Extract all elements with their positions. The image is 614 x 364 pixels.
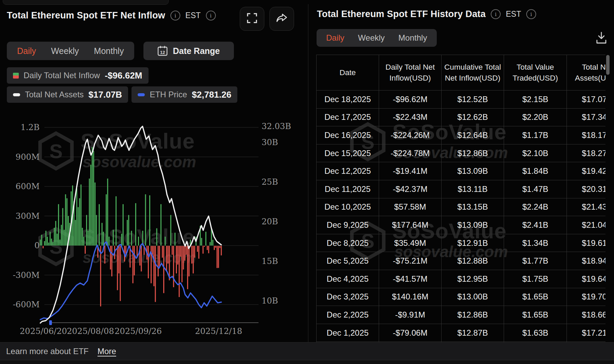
fullscreen-button[interactable] [240, 7, 264, 31]
table-scrollbar[interactable] [606, 55, 610, 75]
legend-row-2: Total Net Assets $17.07B ETH Price $2,78… [7, 86, 237, 103]
share-icon [276, 13, 288, 25]
table-row[interactable]: Dec 11,2025-$42.37M$13.11B$1.47B$20.31B [317, 180, 606, 198]
inflow-legend-icon [13, 73, 19, 79]
table-cell: $2.41B [504, 216, 567, 234]
table-row[interactable]: Dec 18,2025-$96.62M$12.52B$2.15B$17.07B [317, 90, 606, 109]
table-cell: Dec 17,2025 [317, 108, 379, 126]
tab-weekly[interactable]: Weekly [44, 46, 87, 56]
column-header: Total Net Assets(USD) [567, 55, 606, 90]
history-table-container[interactable]: DateDaily Total Net Inflow(USD)Cumulativ… [316, 55, 605, 342]
share-button[interactable] [269, 7, 294, 31]
table-cell: $2.15B [504, 90, 567, 109]
table-cell: $18.66B [567, 306, 606, 324]
svg-text:-300M: -300M [13, 270, 40, 280]
table-row[interactable]: Dec 17,2025-$22.43M$12.62B$2.20B$17.34B [317, 108, 606, 126]
table-cell: $12.62B [442, 108, 504, 126]
footer-more-link[interactable]: More [97, 347, 116, 356]
table-row[interactable]: Dec 2,2025-$9.91M$12.86B$1.65B$18.66B [317, 306, 606, 324]
tab-weekly[interactable]: Weekly [351, 33, 391, 43]
table-cell: -$19.41M [379, 162, 442, 180]
table-row[interactable]: Dec 8,2025$35.49M$12.91B$1.34B$19.61B [317, 234, 606, 252]
table-cell: $12.86B [442, 306, 504, 324]
table-cell: $140.16M [379, 288, 442, 306]
table-cell: -$75.21M [379, 252, 442, 270]
table-row[interactable]: Dec 9,2025$177.64M$13.09B$2.41B$21.04B [317, 216, 606, 234]
etf-net-inflow-chart[interactable]: 1.2B900M600M300M0-300M-600M32.03B30B25B2… [0, 102, 308, 340]
calendar-icon: 12 [157, 45, 168, 56]
svg-text:32.03B: 32.03B [262, 122, 291, 131]
table-cell: $19.42B [567, 162, 606, 180]
table-row[interactable]: Dec 4,2025-$41.57M$12.95B$1.75B$19.64B [317, 270, 606, 288]
chart-title: Total Ethereum Spot ETF Net Inflow [7, 10, 165, 21]
tab-monthly[interactable]: Monthly [392, 33, 434, 43]
svg-text:300M: 300M [16, 211, 40, 221]
date-range-button[interactable]: 12 Date Range [143, 42, 234, 60]
table-cell: $12.88B [442, 252, 504, 270]
timezone-label: EST [185, 11, 201, 20]
table-cell: $2.10B [504, 144, 567, 162]
footer-text: Learn more about ETF [6, 347, 88, 356]
table-row[interactable]: Dec 12,2025-$19.41M$13.09B$1.84B$19.42B [317, 162, 606, 180]
table-cell: $13.00B [442, 288, 504, 306]
svg-text:900M: 900M [16, 152, 40, 162]
table-cell: $1.65B [504, 288, 567, 306]
tab-daily[interactable]: Daily [319, 33, 351, 43]
table-cell: $18.17B [567, 126, 606, 144]
svg-text:10B: 10B [262, 296, 278, 306]
history-period-tabs: DailyWeeklyMonthly [317, 29, 437, 47]
table-cell: -$96.62M [379, 90, 442, 109]
table-row[interactable]: Dec 1,2025-$79.06M$12.87B$1.63B$17.21B [317, 324, 606, 342]
footer-bar: Learn more about ETF More [0, 342, 614, 360]
table-cell: -$9.91M [379, 306, 442, 324]
svg-text:2025/12/18: 2025/12/18 [195, 326, 242, 336]
top-cropped-card-edge [3, 0, 169, 5]
inflow-legend-label: Daily Total Net Inflow [24, 71, 100, 80]
legend-daily-net-inflow[interactable]: Daily Total Net Inflow -$96.62M [7, 67, 149, 84]
table-cell: $1.75B [504, 270, 567, 288]
table-cell: $18.94B [567, 252, 606, 270]
history-table-header-row: DateDaily Total Net Inflow(USD)Cumulativ… [317, 55, 606, 90]
table-cell: $13.09B [442, 162, 504, 180]
price-legend-label: ETH Price [150, 90, 187, 99]
table-cell: $17.07B [567, 90, 606, 109]
info-icon[interactable]: i [491, 9, 501, 19]
table-row[interactable]: Dec 10,2025$57.58M$13.15B$2.24B$21.43B [317, 198, 606, 216]
table-cell: Dec 11,2025 [317, 180, 379, 198]
svg-text:15B: 15B [262, 256, 278, 266]
table-cell: -$22.43M [379, 108, 442, 126]
timezone-info-icon[interactable]: i [526, 9, 536, 19]
svg-text:20B: 20B [262, 217, 278, 226]
table-cell: $35.49M [379, 234, 442, 252]
table-cell: $18.27B [567, 144, 606, 162]
table-row[interactable]: Dec 5,2025-$75.21M$12.88B$1.77B$18.94B [317, 252, 606, 270]
history-table: DateDaily Total Net Inflow(USD)Cumulativ… [316, 55, 605, 342]
download-button[interactable] [596, 31, 607, 46]
table-cell: -$224.78M [379, 144, 442, 162]
timezone-info-icon[interactable]: i [206, 11, 216, 20]
assets-legend-label: Total Net Assets [25, 90, 84, 99]
tab-monthly[interactable]: Monthly [86, 46, 131, 56]
legend-total-net-assets[interactable]: Total Net Assets $17.07B [7, 86, 128, 103]
svg-text:12: 12 [160, 50, 165, 55]
panel-divider [308, 4, 308, 342]
table-row[interactable]: Dec 15,2025-$224.78M$12.86B$2.10B$18.27B [317, 144, 606, 162]
table-row[interactable]: Dec 3,2025$140.16M$13.00B$1.65B$19.70B [317, 288, 606, 306]
bottom-cropped-card-edge [0, 360, 614, 364]
table-cell: $12.91B [442, 234, 504, 252]
legend-eth-price[interactable]: ETH Price $2,781.26 [131, 86, 237, 103]
table-cell: $17.34B [567, 108, 606, 126]
column-header: Daily Total Net Inflow(USD) [379, 55, 442, 90]
tab-daily[interactable]: Daily [10, 46, 44, 56]
svg-text:2025/06/20: 2025/06/20 [20, 326, 67, 336]
table-row[interactable]: Dec 16,2025-$224.26M$12.64B$1.17B$18.17B [317, 126, 606, 144]
table-cell: $1.63B [504, 324, 567, 342]
chart-period-tabs: DailyWeeklyMonthly [7, 42, 134, 60]
table-cell: Dec 2,2025 [317, 306, 379, 324]
table-cell: $12.87B [442, 324, 504, 342]
info-icon[interactable]: i [170, 11, 180, 20]
table-cell: $2.24B [504, 198, 567, 216]
table-cell: Dec 15,2025 [317, 144, 379, 162]
table-cell: $1.77B [504, 252, 567, 270]
svg-text:2025/09/26: 2025/09/26 [115, 326, 162, 336]
